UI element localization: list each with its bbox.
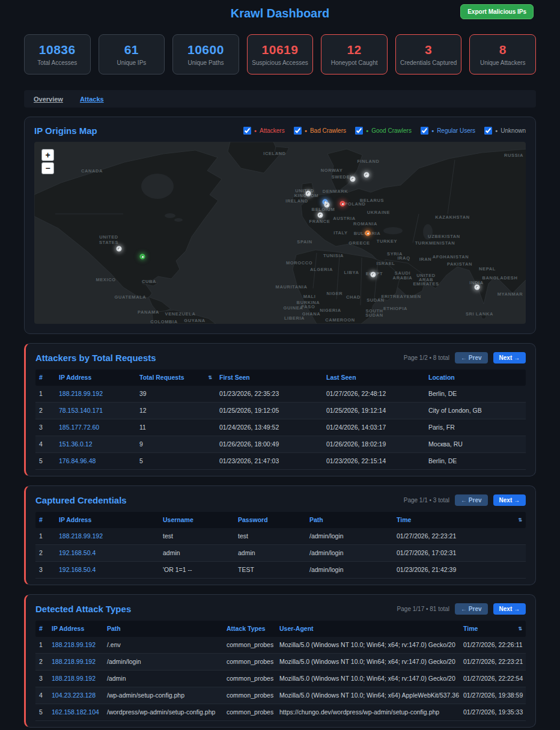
cell-password: test [234, 528, 306, 544]
next-page-button[interactable]: Next → [493, 494, 526, 506]
ip-address-link[interactable]: 188.218.99.192 [52, 637, 96, 653]
column-header-ip-address[interactable]: IP Address [55, 512, 159, 528]
table-attackers: #IP AddressTotal Requests⇅First SeenLast… [35, 370, 526, 470]
column-header-[interactable]: # [35, 512, 55, 528]
tab-attacks[interactable]: Attacks [80, 96, 104, 103]
column-header-ip-address[interactable]: IP Address [48, 621, 103, 637]
map-marker-good[interactable] [140, 254, 145, 260]
next-page-button[interactable]: Next → [493, 352, 526, 363]
legend-item-unknown[interactable]: ●Unknown [484, 127, 526, 135]
legend-checkbox-bad-crawlers[interactable] [294, 127, 302, 135]
table-row: 5162.158.182.104/wordpress/wp-admin/setu… [35, 704, 526, 721]
ip-address-link[interactable]: 188.218.99.192 [59, 528, 103, 544]
sort-icon[interactable]: ⇅ [208, 370, 212, 386]
ip-address-link[interactable]: 176.84.96.48 [59, 453, 96, 469]
stat-card-unique-paths: 10600Unique Paths [172, 34, 239, 75]
ip-address-link[interactable]: 78.153.140.171 [59, 403, 103, 419]
cell-path: /wp-admin/setup-config.php [103, 687, 223, 704]
ip-address-link[interactable]: 104.23.223.128 [52, 687, 96, 704]
cell-: 4 [35, 436, 55, 452]
table-row: 278.153.140.1711201/25/2026, 19:12:0501/… [35, 403, 526, 419]
map-marker-unknown[interactable] [318, 213, 323, 218]
map-marker-unknown[interactable] [306, 191, 311, 196]
map-marker-unknown[interactable] [371, 272, 376, 278]
section-title: Captured Credentials [35, 495, 127, 505]
map-marker-bad[interactable] [365, 231, 371, 236]
column-header-[interactable]: # [35, 621, 48, 637]
stat-card-honeypot-caught: 12Honeypot Caught [321, 34, 388, 75]
map-marker-unknown[interactable] [350, 177, 356, 182]
column-header-location[interactable]: Location [425, 370, 526, 386]
ip-address-link[interactable]: 192.168.50.4 [59, 562, 96, 578]
sort-icon[interactable]: ⇅ [518, 621, 522, 637]
top-bar: Krawl Dashboard Export Malicious IPs [0, 0, 560, 28]
map-marker-unknown[interactable] [364, 172, 370, 178]
column-header-attack-types[interactable]: Attack Types [223, 621, 276, 637]
prev-page-button[interactable]: ← Prev [455, 603, 487, 615]
column-header-username[interactable]: Username [159, 512, 234, 528]
section-credentials: Captured CredentialsPage 1/1 • 3 total← … [24, 485, 536, 585]
prev-page-button[interactable]: ← Prev [455, 494, 487, 506]
column-header-[interactable]: # [35, 370, 55, 386]
map-marker-unknown[interactable] [117, 246, 122, 252]
legend-checkbox-regular-users[interactable] [421, 127, 428, 135]
cell-ip-address: 104.23.223.128 [48, 687, 103, 704]
map-zoom-out-button[interactable]: − [41, 162, 54, 174]
map-marker-attacker[interactable] [340, 201, 345, 207]
cell-time: 01/27/2026, 19:38:59 [460, 687, 526, 704]
table-row: 1188.218.99.192testtest/admin/login01/27… [35, 528, 526, 545]
legend-checkbox-attackers[interactable] [243, 127, 251, 135]
map-marker-unknown[interactable] [475, 285, 480, 290]
legend-item-attackers[interactable]: ●Attackers [243, 127, 285, 135]
legend-dot-icon: ● [431, 129, 434, 133]
next-page-button[interactable]: Next → [493, 603, 526, 615]
cell-password: admin [234, 545, 306, 561]
stat-value: 8 [499, 43, 507, 57]
cell-total-requests: 11 [136, 419, 216, 436]
column-header-time[interactable]: Time⇅ [460, 621, 526, 637]
ip-address-link[interactable]: 188.218.99.192 [59, 386, 103, 402]
legend-item-regular-users[interactable]: ●Regular Users [421, 127, 475, 135]
sort-icon[interactable]: ⇅ [518, 512, 522, 528]
column-header-total-requests[interactable]: Total Requests⇅ [136, 370, 216, 386]
column-header-path[interactable]: Path [103, 621, 223, 637]
cell-: 3 [35, 562, 55, 578]
column-header-password[interactable]: Password [234, 512, 306, 528]
legend-item-bad-crawlers[interactable]: ●Bad Crawlers [294, 127, 346, 135]
column-header-ip-address[interactable]: IP Address [55, 370, 136, 386]
map-marker-unknown[interactable] [324, 202, 330, 208]
cell-last-seen: 01/26/2026, 18:02:19 [323, 436, 425, 452]
ip-address-link[interactable]: 188.218.99.192 [52, 654, 96, 670]
column-header-first-seen[interactable]: First Seen [216, 370, 323, 386]
cell-ip-address: 188.218.99.192 [55, 386, 136, 402]
table-row: 2188.218.99.192/admin/logincommon_probes… [35, 654, 526, 671]
cell-ip-address: 188.218.99.192 [48, 654, 103, 670]
legend-checkbox-unknown[interactable] [484, 127, 492, 135]
ip-address-link[interactable]: 188.218.99.192 [52, 671, 96, 687]
ip-address-link[interactable]: 151.36.0.12 [59, 436, 92, 452]
ip-address-link[interactable]: 162.158.182.104 [52, 704, 99, 720]
tab-overview[interactable]: Overview [34, 96, 63, 103]
ip-address-link[interactable]: 185.177.72.60 [59, 419, 99, 436]
ip-address-link[interactable]: 192.168.50.4 [59, 545, 96, 561]
map-zoom-in-button[interactable]: + [41, 149, 54, 161]
world-map[interactable]: + − CANADAICELANDUNITEDSTATESMEXICOCUBAG… [34, 142, 526, 324]
legend-item-good-crawlers[interactable]: ●Good Crawlers [355, 127, 412, 135]
cell-time: 01/27/2026, 22:23:21 [393, 528, 526, 544]
cell-time: 01/27/2026, 22:22:54 [460, 671, 526, 687]
stat-label: Unique IPs [117, 59, 146, 66]
column-header-user-agent[interactable]: User-Agent [276, 621, 460, 637]
legend-checkbox-good-crawlers[interactable] [355, 127, 363, 135]
export-malicious-ips-button[interactable]: Export Malicious IPs [460, 4, 534, 19]
column-header-last-seen[interactable]: Last Seen [323, 370, 425, 386]
legend-dot-icon: ● [366, 129, 368, 133]
table-row: 3185.177.72.601101/24/2026, 13:49:5201/2… [35, 419, 526, 436]
column-header-path[interactable]: Path [306, 512, 393, 528]
table-row: 3188.218.99.192/admincommon_probesMozill… [35, 671, 526, 687]
stat-label: Suspicious Accesses [252, 59, 308, 66]
column-header-label: Total Requests [139, 370, 184, 386]
stat-value: 12 [347, 43, 361, 57]
column-header-time[interactable]: Time⇅ [393, 512, 526, 528]
cell-path: /.env [103, 637, 223, 653]
prev-page-button[interactable]: ← Prev [455, 352, 487, 363]
